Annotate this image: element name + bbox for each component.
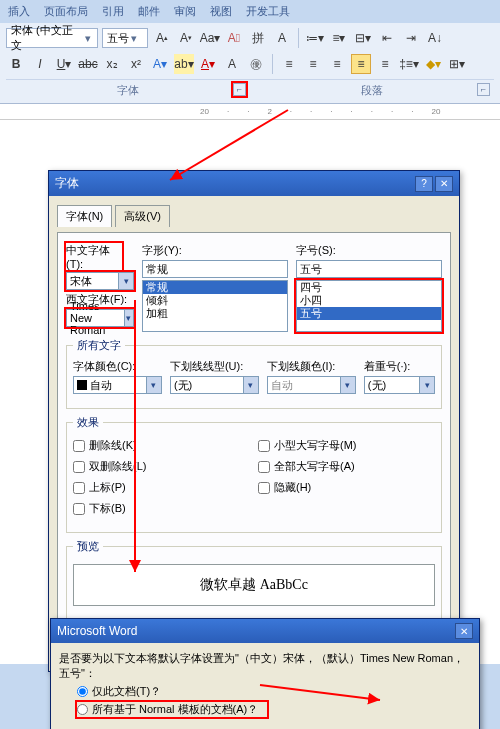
font-color-icon[interactable]: A▾ bbox=[198, 54, 218, 74]
style-input[interactable] bbox=[142, 260, 288, 278]
west-font-combo[interactable]: Times New Roman▾ bbox=[66, 309, 134, 327]
all-text-group: 所有文字 字体颜色(C): 自动▾ 下划线线型(U): (无)▾ 下划线颜色(I… bbox=[66, 338, 442, 409]
highlight-icon[interactable]: ab▾ bbox=[174, 54, 194, 74]
tab-references[interactable]: 引用 bbox=[102, 4, 124, 19]
radio-all-docs[interactable]: 所有基于 Normal 模板的文档(A)？ bbox=[77, 702, 267, 717]
dropdown-icon[interactable]: ▾ bbox=[83, 32, 93, 45]
underline-style-combo[interactable]: (无)▾ bbox=[170, 376, 259, 394]
increase-indent-icon[interactable]: ⇥ bbox=[401, 28, 421, 48]
hidden-check[interactable]: 隐藏(H) bbox=[258, 480, 435, 495]
preview-group: 预览 微软卓越 AaBbCc bbox=[66, 539, 442, 619]
underline-color-combo[interactable]: 自动▾ bbox=[267, 376, 356, 394]
font-dialog: 字体 ? ✕ 字体(N) 高级(V) 中文字体(T): 宋体▾ 西文字体(F):… bbox=[48, 170, 460, 672]
clear-format-icon[interactable]: A⃠ bbox=[224, 28, 244, 48]
subscript-check[interactable]: 下标(B) bbox=[73, 501, 250, 516]
tab-layout[interactable]: 页面布局 bbox=[44, 4, 88, 19]
emphasis-combo[interactable]: (无)▾ bbox=[364, 376, 435, 394]
bullets-icon[interactable]: ≔▾ bbox=[305, 28, 325, 48]
tab-font[interactable]: 字体(N) bbox=[57, 205, 112, 227]
double-strike-check[interactable]: 双删除线(L) bbox=[73, 459, 250, 474]
group-paragraph: 段落 ⌐ bbox=[250, 80, 494, 101]
ribbon-tabs: 插入 页面布局 引用 邮件 审阅 视图 开发工具 bbox=[0, 0, 500, 23]
cn-font-combo[interactable]: 宋体▾ bbox=[66, 272, 134, 290]
shading-icon[interactable]: ◆▾ bbox=[423, 54, 443, 74]
char-shading-icon[interactable]: A bbox=[222, 54, 242, 74]
confirm-dialog: Microsoft Word ✕ 是否要为以下文本将默认字体设置为"（中文）宋体… bbox=[50, 618, 480, 729]
enclose-icon[interactable]: ㊝ bbox=[246, 54, 266, 74]
confirm-titlebar[interactable]: Microsoft Word ✕ bbox=[51, 619, 479, 643]
numbering-icon[interactable]: ≡▾ bbox=[329, 28, 349, 48]
chevron-down-icon[interactable]: ▾ bbox=[118, 273, 133, 289]
sort-icon[interactable]: A↓ bbox=[425, 28, 445, 48]
help-icon[interactable]: ? bbox=[415, 176, 433, 192]
confirm-title: Microsoft Word bbox=[57, 624, 137, 638]
decrease-indent-icon[interactable]: ⇤ bbox=[377, 28, 397, 48]
ribbon: 宋体 (中文正文▾ 五号▾ A▴ A▾ Aa▾ A⃠ 拼 A ≔▾ ≡▾ ⊟▾ … bbox=[0, 23, 500, 104]
change-case-icon[interactable]: Aa▾ bbox=[200, 28, 220, 48]
tab-insert[interactable]: 插入 bbox=[8, 4, 30, 19]
cn-font-label: 中文字体(T): bbox=[66, 243, 122, 270]
preview-box: 微软卓越 AaBbCc bbox=[73, 564, 435, 606]
align-justify-icon[interactable]: ≡ bbox=[351, 54, 371, 74]
tab-review[interactable]: 审阅 bbox=[174, 4, 196, 19]
radio-this-doc[interactable]: 仅此文档(T)？ bbox=[77, 684, 471, 699]
font-dialog-launcher[interactable]: ⌐ bbox=[233, 83, 246, 96]
distributed-icon[interactable]: ≡ bbox=[375, 54, 395, 74]
paragraph-dialog-launcher[interactable]: ⌐ bbox=[477, 83, 490, 96]
tab-developer[interactable]: 开发工具 bbox=[246, 4, 290, 19]
borders-icon[interactable]: ⊞▾ bbox=[447, 54, 467, 74]
chevron-down-icon[interactable]: ▾ bbox=[243, 377, 258, 393]
confirm-question: 是否要为以下文本将默认字体设置为"（中文）宋体，（默认）Times New Ro… bbox=[59, 651, 471, 681]
shrink-font-icon[interactable]: A▾ bbox=[176, 28, 196, 48]
bold-icon[interactable]: B bbox=[6, 54, 26, 74]
align-left-icon[interactable]: ≡ bbox=[279, 54, 299, 74]
font-family-selector[interactable]: 宋体 (中文正文▾ bbox=[6, 28, 98, 48]
tab-mailings[interactable]: 邮件 bbox=[138, 4, 160, 19]
ruler[interactable]: 20··2·······20 bbox=[0, 104, 500, 120]
superscript-check[interactable]: 上标(P) bbox=[73, 480, 250, 495]
style-label: 字形(Y): bbox=[142, 243, 288, 258]
close-icon[interactable]: ✕ bbox=[455, 623, 473, 639]
superscript-icon[interactable]: x² bbox=[126, 54, 146, 74]
text-effects-icon[interactable]: A▾ bbox=[150, 54, 170, 74]
chevron-down-icon[interactable]: ▾ bbox=[340, 377, 355, 393]
font-size-selector[interactable]: 五号▾ bbox=[102, 28, 148, 48]
dropdown-icon[interactable]: ▾ bbox=[129, 32, 139, 45]
underline-icon[interactable]: U▾ bbox=[54, 54, 74, 74]
size-label: 字号(S): bbox=[296, 243, 442, 258]
chevron-down-icon[interactable]: ▾ bbox=[146, 377, 161, 393]
grow-font-icon[interactable]: A▴ bbox=[152, 28, 172, 48]
size-input[interactable] bbox=[296, 260, 442, 278]
italic-icon[interactable]: I bbox=[30, 54, 50, 74]
border-icon[interactable]: A bbox=[272, 28, 292, 48]
close-icon[interactable]: ✕ bbox=[435, 176, 453, 192]
line-spacing-icon[interactable]: ‡≡▾ bbox=[399, 54, 419, 74]
chevron-down-icon[interactable]: ▾ bbox=[124, 310, 133, 326]
font-dialog-titlebar[interactable]: 字体 ? ✕ bbox=[49, 171, 459, 196]
subscript-icon[interactable]: x₂ bbox=[102, 54, 122, 74]
tab-view[interactable]: 视图 bbox=[210, 4, 232, 19]
strike-check[interactable]: 删除线(K) bbox=[73, 438, 250, 453]
font-color-combo[interactable]: 自动▾ bbox=[73, 376, 162, 394]
size-listbox[interactable]: 四号 小四 五号 bbox=[296, 280, 442, 332]
phonetic-icon[interactable]: 拼 bbox=[248, 28, 268, 48]
tab-advanced[interactable]: 高级(V) bbox=[115, 205, 170, 227]
allcaps-check[interactable]: 全部大写字母(A) bbox=[258, 459, 435, 474]
font-dialog-title: 字体 bbox=[55, 175, 79, 192]
align-right-icon[interactable]: ≡ bbox=[327, 54, 347, 74]
align-center-icon[interactable]: ≡ bbox=[303, 54, 323, 74]
smallcaps-check[interactable]: 小型大写字母(M) bbox=[258, 438, 435, 453]
effects-group: 效果 删除线(K) 双删除线(L) 上标(P) 下标(B) 小型大写字母(M) … bbox=[66, 415, 442, 533]
style-listbox[interactable]: 常规 倾斜 加粗 bbox=[142, 280, 288, 332]
multilevel-icon[interactable]: ⊟▾ bbox=[353, 28, 373, 48]
strike-icon[interactable]: abc bbox=[78, 54, 98, 74]
chevron-down-icon[interactable]: ▾ bbox=[419, 377, 434, 393]
group-font: 字体 ⌐ bbox=[6, 80, 250, 101]
